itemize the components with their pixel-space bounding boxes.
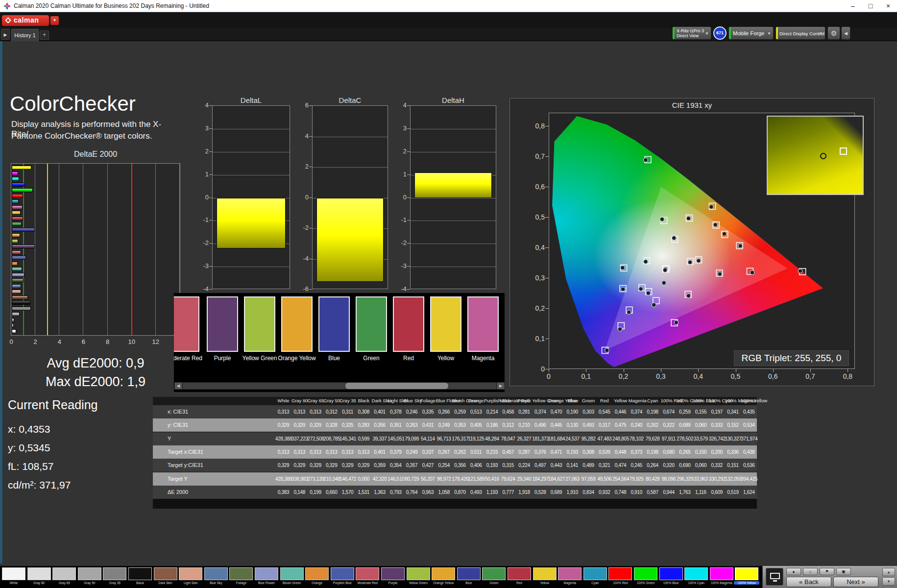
strip-swatch[interactable] (207, 296, 238, 352)
patch-swatch[interactable] (659, 567, 683, 580)
meter-dropdown[interactable]: X-Rite i1Pro 3 Direct View ▼ (672, 26, 711, 40)
patch-swatch[interactable] (583, 567, 607, 580)
table-cell: 146,510 (388, 476, 404, 482)
axis-tick-label: -4 (387, 285, 407, 293)
strip-swatch[interactable] (393, 296, 424, 352)
patch-swatch[interactable] (684, 567, 708, 580)
spin-down-button[interactable]: ▾ (882, 577, 895, 586)
axis-tick-label: 12 (149, 338, 162, 345)
patch-swatch[interactable] (154, 567, 177, 580)
axis-tick-label: 4 (289, 132, 309, 140)
axis-tick-label: 0 (5, 338, 18, 345)
patch-swatch[interactable] (52, 567, 76, 580)
patch-swatch[interactable] (331, 567, 354, 580)
patch-swatch[interactable] (103, 567, 126, 580)
patch-swatch[interactable] (608, 567, 632, 580)
main-menu-button[interactable]: ▼ (50, 16, 59, 25)
patch-swatch[interactable] (533, 567, 557, 580)
patch-swatch[interactable] (2, 567, 25, 580)
meter-status-bar (673, 27, 675, 39)
table-cell: 0,313 (291, 409, 308, 415)
strip-swatch[interactable] (430, 296, 461, 352)
column-header: Black (356, 398, 372, 403)
patch-swatch[interactable] (356, 567, 379, 580)
strip-swatch[interactable] (174, 296, 199, 352)
table-cell: 0,528 (532, 490, 548, 495)
patch-swatch[interactable] (457, 567, 481, 580)
settings-gear-button[interactable]: ⚙ (827, 26, 840, 40)
patch-swatch[interactable] (305, 567, 329, 580)
patch-swatch[interactable] (78, 567, 101, 580)
deltae-chart-title: DeltaE 2000 (11, 150, 180, 159)
column-header: Orange Yellow (548, 398, 564, 403)
source-name: Mobile Forge (733, 30, 764, 36)
swatch-scrollbar-thumb[interactable] (345, 383, 448, 389)
strip-swatch[interactable] (318, 296, 350, 352)
scroll-left-button[interactable]: ◀ (174, 382, 182, 390)
patch-swatch[interactable] (710, 567, 733, 580)
patch-swatch[interactable] (229, 567, 253, 580)
patch-swatch[interactable] (280, 567, 304, 580)
patch-swatch[interactable] (204, 567, 228, 580)
patch-swatch-selected[interactable] (735, 567, 758, 580)
deltae-bar (12, 307, 31, 311)
table-cell: 119,125 (468, 436, 484, 441)
minimize-button[interactable]: – (844, 0, 862, 12)
patch-swatch[interactable] (432, 567, 455, 580)
table-cell: 0,311 (339, 409, 356, 415)
collapsed-side-panel[interactable] (0, 41, 3, 564)
strip-swatch[interactable] (467, 296, 499, 352)
strip-swatch[interactable] (244, 296, 275, 352)
patch-label: 100% Green (633, 581, 658, 585)
patch-label: Foliage (228, 581, 254, 585)
table-cell: 0,405 (468, 422, 484, 428)
strip-swatch[interactable] (356, 296, 387, 352)
back-button[interactable]: « Back (786, 577, 831, 587)
nav-up-button[interactable]: ▲ (786, 568, 801, 575)
table-row: ΔE 20000,3830,1480,1990,6601,5701,5311,3… (153, 486, 757, 499)
patch-swatch[interactable] (558, 567, 582, 580)
collapse-panel-button[interactable]: ◀ (841, 26, 850, 40)
spin-up-button[interactable]: ▴ (882, 568, 895, 576)
axis-tick-mark (407, 151, 410, 152)
next-button[interactable]: Next » (833, 577, 878, 587)
patch-swatch[interactable] (407, 567, 430, 580)
measured-marker (798, 269, 802, 273)
patch-swatch[interactable] (128, 567, 152, 580)
deltae-bar (12, 295, 28, 299)
table-cell: 0,313 (308, 449, 324, 455)
table-cell: 0,000 (356, 476, 372, 482)
table-cell: 0,374 (532, 409, 548, 415)
axis-tick-label: 0,8 (838, 372, 857, 380)
patch-swatch[interactable] (27, 567, 51, 580)
calman-logo[interactable]: calman (2, 15, 49, 26)
patch-swatch[interactable] (381, 567, 405, 580)
tab-history-1[interactable]: History 1 (11, 29, 39, 41)
tab-scroll-button[interactable]: ▶ (1, 29, 10, 40)
patch-swatch[interactable] (179, 567, 202, 580)
close-button[interactable]: × (879, 0, 897, 12)
table-cell: 326,742 (709, 436, 725, 441)
table-cell: 0,470 (548, 409, 564, 415)
scroll-right-button[interactable]: ▶ (497, 382, 505, 390)
display-button[interactable] (766, 568, 783, 586)
table-cell: 296,329 (677, 476, 693, 482)
pattern-source-dropdown[interactable]: Mobile Forge ▼ (728, 26, 774, 40)
add-tab-button[interactable]: + (40, 30, 49, 40)
flag-button[interactable]: ⚑ (820, 568, 834, 575)
patch-swatch[interactable] (508, 567, 531, 580)
axis-tick-mark (407, 289, 410, 290)
strip-swatch[interactable] (281, 296, 313, 352)
table-cell: 176,317 (452, 436, 468, 441)
patch-swatch[interactable] (634, 567, 657, 580)
home-button[interactable]: ⌂ (803, 568, 818, 575)
avg-de2000-value: Avg dE2000: 0,9 (10, 356, 181, 371)
patch-swatch[interactable] (482, 567, 506, 580)
table-cell: 0,609 (709, 490, 725, 495)
patch-swatch[interactable] (255, 567, 278, 580)
grid-button[interactable]: ▣ (836, 568, 851, 575)
workflow-dropdown[interactable]: Direct Display Control ▼ (776, 26, 825, 40)
maximize-button[interactable]: □ (862, 0, 879, 12)
axis-tick-label: 0,1 (576, 372, 596, 380)
swatch-scrollbar-track[interactable] (182, 382, 497, 390)
